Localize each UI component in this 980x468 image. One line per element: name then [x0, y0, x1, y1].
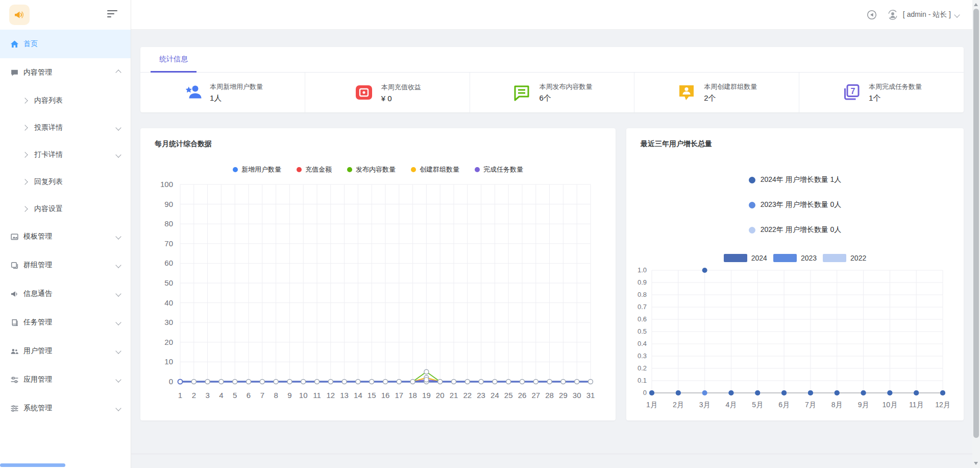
year-summary-text: 2024年 用户增长数量 1人 — [761, 175, 842, 184]
svg-text:12: 12 — [326, 391, 335, 400]
fullscreen-icon[interactable] — [866, 9, 877, 20]
tab-statistics[interactable]: 统计信息 — [151, 47, 197, 73]
sidebar-item-notice[interactable]: 信息通告 — [0, 279, 131, 308]
main-content: 统计信息 本周新增用户数量 1人 — [131, 30, 972, 468]
stat-label: 本周完成任务数量 — [869, 82, 922, 91]
sidebar-subitem-content-settings[interactable]: 内容设置 — [0, 195, 131, 222]
legend-item[interactable]: 新增用户数量 — [233, 165, 281, 174]
scroll-down-arrow-icon[interactable] — [974, 462, 978, 465]
legend-item[interactable]: 2023 — [773, 254, 817, 262]
sidebar-item-label: 系统管理 — [23, 404, 52, 413]
dashboard-root: 首页 内容管理 内容列表 投票详情 — [0, 0, 980, 468]
legend-item[interactable]: 创建群组数量 — [411, 165, 459, 174]
svg-text:60: 60 — [164, 259, 173, 267]
sidebar-subitem-content-list[interactable]: 内容列表 — [0, 87, 131, 114]
stat-label: 本周发布内容数量 — [539, 82, 592, 91]
user-menu[interactable]: [ admin - 站长 ] — [887, 9, 959, 21]
sidebar-item-content-mgmt[interactable]: 内容管理 — [0, 58, 131, 87]
users-icon — [10, 347, 19, 356]
scroll-up-arrow-icon[interactable] — [974, 3, 978, 6]
stat-card-recharge: 本周充值收益 ¥ 0 — [305, 73, 470, 112]
stats-panel: 统计信息 本周新增用户数量 1人 — [140, 47, 964, 112]
year-summary-text: 2022年 用户增长数量 0人 — [761, 225, 842, 235]
svg-text:11月: 11月 — [909, 401, 924, 409]
sidebar-item-template-mgmt[interactable]: 模板管理 — [0, 222, 131, 251]
sidebar-horizontal-scrollbar-thumb[interactable] — [0, 463, 65, 467]
svg-text:0: 0 — [643, 389, 647, 396]
svg-text:9: 9 — [287, 391, 291, 400]
svg-text:1.0: 1.0 — [638, 266, 647, 274]
yearly-summaries: 2024年 用户增长数量 1人 2023年 用户增长数量 0人 2022年 用户… — [626, 175, 964, 235]
stat-value: 1人 — [210, 93, 263, 103]
svg-text:0.4: 0.4 — [638, 340, 647, 347]
year-summary-2024: 2024年 用户增长数量 1人 — [749, 175, 842, 184]
legend-item[interactable]: 发布内容数量 — [347, 165, 396, 174]
svg-text:0.8: 0.8 — [638, 291, 647, 298]
content-publish-icon — [511, 82, 532, 103]
scrollbar-thumb[interactable] — [973, 9, 979, 438]
sidebar-item-label: 群组管理 — [23, 261, 52, 270]
legend-label: 充值金额 — [305, 165, 332, 174]
svg-text:29: 29 — [559, 391, 568, 400]
svg-text:90: 90 — [164, 200, 173, 208]
stat-value: 1个 — [869, 93, 922, 103]
svg-text:22: 22 — [463, 391, 472, 400]
svg-text:0.2: 0.2 — [638, 364, 647, 372]
content-footer-divider — [131, 454, 972, 454]
sidebar-collapse-button[interactable] — [107, 10, 118, 19]
sidebar-item-app-mgmt[interactable]: 应用管理 — [0, 365, 131, 394]
svg-text:9月: 9月 — [858, 401, 869, 409]
svg-text:50: 50 — [164, 278, 173, 287]
svg-text:23: 23 — [477, 391, 485, 400]
sidebar-item-user-mgmt[interactable]: 用户管理 — [0, 337, 131, 365]
legend-label: 2024 — [751, 254, 767, 262]
sidebar-item-group-mgmt[interactable]: 群组管理 — [0, 251, 131, 279]
svg-text:25: 25 — [504, 391, 512, 400]
sidebar-item-task-mgmt[interactable]: 任务管理 — [0, 308, 131, 337]
sidebar-subitem-label: 内容列表 — [34, 96, 63, 105]
svg-text:2月: 2月 — [673, 401, 684, 409]
year-dot — [749, 227, 755, 233]
legend-swatch — [724, 254, 747, 262]
svg-text:15: 15 — [367, 391, 376, 400]
svg-text:27: 27 — [531, 391, 540, 400]
sidebar-subitem-reply-list[interactable]: 回复列表 — [0, 168, 131, 195]
svg-text:14: 14 — [354, 391, 362, 400]
legend-dot — [233, 167, 238, 172]
chevron-down-icon — [115, 125, 121, 130]
sidebar-subitem-checkin-detail[interactable]: 打卡详情 — [0, 141, 131, 168]
home-icon — [10, 40, 19, 49]
legend-item[interactable]: 2022 — [823, 254, 866, 262]
svg-text:17: 17 — [395, 391, 403, 400]
avatar-icon — [887, 9, 899, 21]
sidebar: 首页 内容管理 内容列表 投票详情 — [0, 0, 131, 468]
svg-text:0.6: 0.6 — [638, 315, 647, 323]
svg-text:80: 80 — [164, 219, 173, 228]
svg-text:10月: 10月 — [883, 401, 898, 409]
svg-text:0.9: 0.9 — [638, 278, 647, 286]
sidebar-subitem-vote-detail[interactable]: 投票详情 — [0, 114, 131, 141]
chevron-down-icon — [115, 319, 121, 325]
monthly-chart-canvas: 0102030405060708090100123456789101112131… — [154, 178, 603, 414]
apps-sliders-icon — [10, 376, 19, 384]
legend-item[interactable]: 2024 — [724, 254, 767, 262]
svg-text:20: 20 — [435, 391, 444, 400]
yearly-chart-legend: 2024 2023 2022 — [626, 254, 964, 262]
group-icon — [10, 261, 19, 270]
svg-text:13: 13 — [340, 391, 349, 400]
legend-item[interactable]: 完成任务数量 — [475, 165, 523, 174]
sidebar-item-system-mgmt[interactable]: 系统管理 — [0, 394, 131, 423]
sidebar-item-home[interactable]: 首页 — [0, 30, 131, 58]
svg-text:4: 4 — [219, 391, 223, 400]
svg-text:24: 24 — [491, 391, 499, 400]
vertical-scrollbar[interactable] — [972, 0, 980, 468]
chevron-down-icon — [115, 152, 121, 157]
chevron-right-icon — [22, 125, 28, 130]
app-logo[interactable] — [9, 5, 30, 25]
sidebar-subitem-label: 回复列表 — [34, 177, 63, 186]
svg-text:3: 3 — [205, 391, 209, 400]
chevron-right-icon — [22, 179, 28, 184]
legend-item[interactable]: 充值金额 — [297, 165, 332, 174]
svg-text:5: 5 — [233, 391, 237, 400]
svg-text:4月: 4月 — [726, 401, 737, 409]
